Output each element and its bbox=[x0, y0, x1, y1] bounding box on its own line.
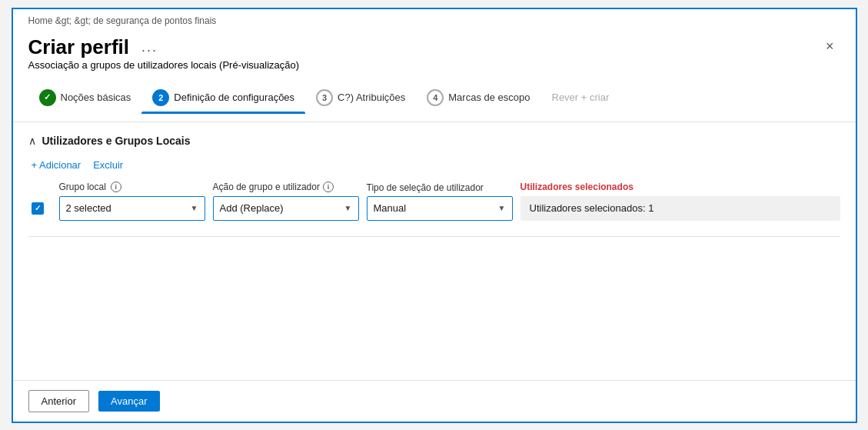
group-dropdown-label: 2 selected bbox=[66, 202, 186, 214]
step-label-assignments: C?) Atribuições bbox=[338, 92, 405, 103]
step-label-scope: Marcas de escopo bbox=[448, 92, 530, 103]
action-dropdown-label: Add (Replace) bbox=[220, 202, 340, 214]
step-scope[interactable]: 4 Marcas de escopo bbox=[416, 85, 540, 114]
divider bbox=[28, 236, 840, 237]
action-info-icon[interactable]: i bbox=[323, 182, 334, 192]
breadcrumb: Home &gt; &gt; de segurança de pontos fi… bbox=[13, 9, 856, 29]
page-subtitle: Associação a grupos de utilizadores loca… bbox=[28, 59, 300, 71]
step-label-review: Rever + criar bbox=[552, 92, 610, 103]
header-area: Criar perfil ... Associação a grupos de … bbox=[13, 29, 856, 77]
step-settings[interactable]: 2 Definição de configurações bbox=[141, 85, 305, 114]
header-top: Criar perfil ... bbox=[28, 35, 300, 59]
header-left: Criar perfil ... Associação a grupos de … bbox=[28, 35, 300, 71]
content-area: ∧ Utilizadores e Grupos Locais + Adicion… bbox=[13, 122, 856, 380]
footer: Anterior Avançar bbox=[13, 380, 856, 422]
table-header-row: Grupo local i Ação de grupo e utilizador… bbox=[28, 182, 840, 193]
col-action-header: Ação de grupo e utilizador i bbox=[213, 182, 367, 192]
step-basics[interactable]: ✓ Noções básicas bbox=[28, 85, 142, 114]
check-icon: ✓ bbox=[35, 204, 41, 212]
table-row: ✓ 2 selected ▼ Add (Replace) ▼ Manual ▼ … bbox=[28, 196, 840, 221]
next-button[interactable]: Avançar bbox=[98, 391, 159, 412]
col-selected-header: Utilizadores selecionados bbox=[520, 182, 840, 192]
steps-bar: ✓ Noções básicas 2 Definição de configur… bbox=[13, 77, 856, 122]
step-circle-settings: 2 bbox=[152, 89, 169, 106]
action-dropdown[interactable]: Add (Replace) ▼ bbox=[213, 196, 359, 221]
row-checkbox-cell: ✓ bbox=[32, 202, 59, 215]
page-title: Criar perfil bbox=[28, 35, 130, 59]
exclude-button[interactable]: Excluir bbox=[93, 159, 123, 171]
close-button[interactable]: × bbox=[820, 35, 840, 58]
step-circle-basics: ✓ bbox=[39, 89, 56, 106]
back-button[interactable]: Anterior bbox=[28, 390, 90, 412]
col-group-header: Grupo local i bbox=[59, 182, 213, 192]
action-dropdown-arrow: ▼ bbox=[344, 204, 352, 212]
group-dropdown[interactable]: 2 selected ▼ bbox=[59, 196, 205, 221]
dialog: Home &gt; &gt; de segurança de pontos fi… bbox=[12, 8, 857, 423]
add-button[interactable]: + Adicionar bbox=[32, 159, 81, 171]
selected-users-label: Utilizadores selecionados: 1 bbox=[530, 202, 654, 214]
step-assignments[interactable]: 3 C?) Atribuições bbox=[305, 85, 416, 114]
step-label-settings: Definição de configurações bbox=[174, 92, 294, 103]
group-info-icon[interactable]: i bbox=[111, 182, 121, 192]
more-options-icon[interactable]: ... bbox=[141, 39, 158, 55]
select-type-dropdown[interactable]: Manual ▼ bbox=[367, 196, 513, 221]
step-circle-scope: 4 bbox=[427, 89, 444, 106]
step-circle-assignments: 3 bbox=[316, 89, 333, 106]
row-checkbox[interactable]: ✓ bbox=[32, 202, 44, 215]
selected-users-cell: Utilizadores selecionados: 1 bbox=[520, 196, 840, 221]
group-dropdown-arrow: ▼ bbox=[191, 204, 198, 212]
step-review[interactable]: Rever + criar bbox=[541, 87, 620, 111]
step-label-basics: Noções básicas bbox=[61, 92, 131, 103]
collapse-icon[interactable]: ∧ bbox=[28, 135, 36, 147]
section-header: ∧ Utilizadores e Grupos Locais bbox=[28, 135, 840, 147]
col-select-type-header: Tipo de seleção de utilizador bbox=[367, 182, 520, 193]
action-bar: + Adicionar Excluir bbox=[32, 159, 840, 171]
select-type-dropdown-label: Manual bbox=[374, 202, 494, 214]
select-type-dropdown-arrow: ▼ bbox=[498, 204, 506, 212]
section-title: Utilizadores e Grupos Locais bbox=[42, 135, 191, 147]
